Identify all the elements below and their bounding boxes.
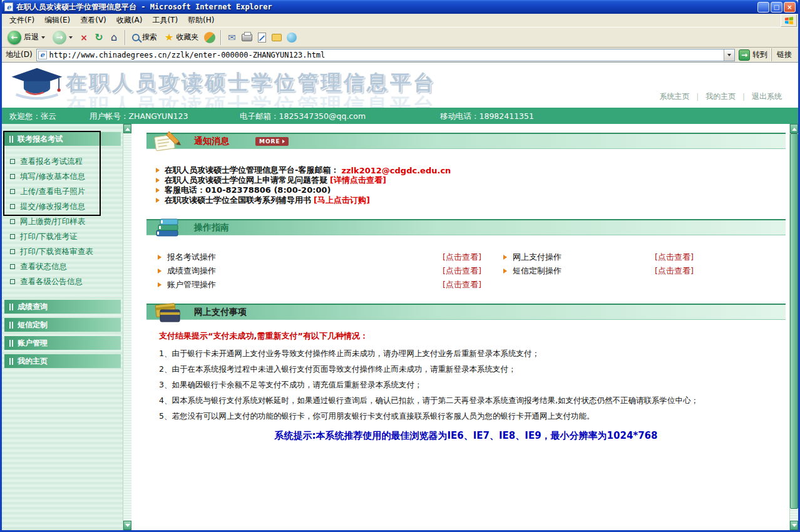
scroll-down-button[interactable] — [790, 521, 798, 530]
ie-window-icon: e — [4, 3, 13, 11]
view-link[interactable]: [点击查看] — [443, 279, 503, 290]
faq-detail-link[interactable]: [详情点击查看] — [330, 175, 386, 186]
menu-view[interactable]: 查看(V) — [75, 14, 111, 27]
messenger-button[interactable] — [285, 30, 299, 45]
view-link[interactable]: [点击查看] — [443, 265, 503, 277]
nav-logout[interactable]: 退出系统 — [752, 91, 782, 102]
sidebar-item-announcements[interactable]: 查看各级公告信息 — [10, 274, 123, 289]
sidebar-item-submit-info[interactable]: 提交/修改报考信息 — [10, 199, 123, 214]
header-nav: 系统主页 ｜ 我的主页 ｜ 退出系统 — [659, 91, 782, 102]
window-title: 在职人员攻读硕士学位管理信息平台 - Microsoft Internet Ex… — [13, 2, 757, 13]
print-button[interactable] — [240, 30, 254, 45]
menu-help[interactable]: 帮助(H) — [183, 14, 219, 27]
guide-title: 操作指南 — [194, 222, 229, 233]
nav-separator: ｜ — [740, 91, 747, 102]
discuss-button[interactable] — [270, 30, 284, 45]
scroll-up-button[interactable] — [123, 124, 131, 133]
nav-system-home[interactable]: 系统主页 — [659, 91, 689, 102]
menu-bars-icon — [9, 136, 13, 143]
sidebar-menu: 查看报名考试流程 填写/修改基本信息 上传/查看电子照片 提交/修改报考信息 网… — [2, 154, 123, 289]
sidebar-item-qualification-form[interactable]: 打印/下载资格审查表 — [10, 244, 123, 259]
view-link[interactable]: [点击查看] — [655, 265, 694, 277]
payment-note: 2、由于在本系统报考过程中未进入银行支付页面导致支付操作终止而未成功，请重新登录… — [159, 361, 786, 377]
menu-file[interactable]: 文件(F) — [4, 14, 39, 27]
home-button[interactable]: ⌂ — [107, 30, 121, 45]
url-text[interactable]: http://www.chinadegrees.cn/zzlk/enter-00… — [49, 51, 721, 59]
sidebar-section-exam[interactable]: 联考报名考试 — [4, 132, 121, 146]
media-icon — [204, 32, 215, 43]
menu-tools[interactable]: 工具(T) — [147, 14, 183, 27]
forward-button[interactable]: → — [49, 29, 76, 46]
site-logo — [9, 67, 64, 106]
payment-note: 4、因本系统与银行支付系统对帐延时，如果通过银行查询后，确认已扣款，请于第二天再… — [159, 392, 786, 408]
sidebar-section-sms[interactable]: 短信定制 — [4, 318, 121, 332]
guide-row: 报名考试操作 [点击查看] 网上支付操作 [点击查看] — [146, 250, 786, 264]
address-dropdown-button[interactable] — [724, 49, 734, 61]
favorites-button[interactable]: ★ 收藏夹 — [162, 29, 202, 46]
mail-button[interactable]: ✉ — [225, 30, 238, 45]
messenger-icon — [287, 33, 297, 43]
sidebar-item-view-process[interactable]: 查看报名考试流程 — [10, 154, 123, 169]
more-button[interactable]: MORE — [255, 137, 289, 146]
view-link[interactable]: [点击查看] — [655, 252, 694, 263]
media-button[interactable] — [203, 30, 217, 45]
edit-icon — [258, 33, 266, 43]
windows-logo-icon — [781, 14, 797, 27]
menu-favorites[interactable]: 收藏(A) — [111, 14, 148, 27]
address-label: 地址(D) — [6, 49, 33, 60]
edit-button[interactable] — [255, 30, 269, 45]
stop-button[interactable]: × — [77, 30, 91, 45]
scroll-down-button[interactable] — [123, 521, 131, 530]
system-tip: 系统提示:本系统推荐使用的最佳浏览器为IE6、IE7、IE8、IE9，最小分辨率… — [146, 430, 786, 442]
view-link[interactable]: [点击查看] — [443, 252, 503, 263]
scroll-up-button[interactable] — [790, 124, 798, 133]
content-scrollbar[interactable] — [789, 124, 798, 530]
title-bar[interactable]: e 在职人员攻读硕士学位管理信息平台 - Microsoft Internet … — [2, 0, 798, 14]
notices-header-bar: 通知消息 MORE — [146, 133, 786, 149]
minimize-button[interactable]: _ — [757, 2, 769, 13]
back-button[interactable]: ← 后退 — [4, 29, 48, 46]
bank-cards-icon — [153, 300, 182, 327]
email-text: 电子邮箱：1825347350@qq.com — [240, 111, 366, 122]
mobile-text: 移动电话：18982411351 — [440, 111, 534, 122]
menu-bar: 文件(F) 编辑(E) 查看(V) 收藏(A) 工具(T) 帮助(H) — [2, 14, 798, 28]
sidebar-item-admission-ticket[interactable]: 打印/下载准考证 — [10, 229, 123, 244]
nav-my-home[interactable]: 我的主页 — [705, 91, 736, 102]
scrollbar-thumb[interactable] — [790, 133, 798, 509]
menu-edit[interactable]: 编辑(E) — [39, 14, 75, 27]
back-dropdown-icon[interactable] — [41, 36, 45, 39]
books-icon — [153, 216, 182, 242]
notice-item: 在职攻读硕士学位全国联考系列辅导用书 [马上点击订购] — [156, 195, 786, 205]
refresh-button[interactable]: ↻ — [92, 30, 106, 45]
address-input[interactable]: e http://www.chinadegrees.cn/zzlk/enter-… — [36, 49, 735, 61]
order-book-link[interactable]: [马上点击订购] — [314, 195, 370, 206]
sidebar-item-photo-upload[interactable]: 上传/查看电子照片 — [10, 184, 123, 199]
guide-op-sms: 短信定制操作 — [503, 265, 655, 277]
scrollbar-track[interactable] — [123, 133, 131, 521]
guide-op-account: 账户管理操作 — [158, 279, 443, 290]
payment-intro: 支付结果提示“支付未成功,需重新支付”有以下几种情况： — [159, 330, 786, 342]
payment-note: 3、如果确因银行卡余额不足等支付不成功，请充值后重新登录本系统支付； — [159, 377, 786, 392]
go-button[interactable]: → 转到 — [739, 49, 767, 61]
maximize-button[interactable]: □ — [771, 2, 782, 13]
address-bar: 地址(D) e http://www.chinadegrees.cn/zzlk/… — [2, 48, 798, 63]
payment-header-bar: 网上支付事项 — [146, 304, 786, 320]
user-info-bar: 欢迎您：张云 用户帐号：ZHANGYUN123 电子邮箱：1825347350@… — [2, 108, 798, 124]
sidebar-item-status-info[interactable]: 查看状态信息 — [10, 259, 123, 274]
sidebar-section-scores[interactable]: 成绩查询 — [4, 300, 121, 314]
links-label[interactable]: 链接 — [771, 48, 794, 61]
search-button[interactable]: 搜索 — [129, 29, 160, 46]
scrollbar-track[interactable] — [790, 133, 798, 521]
notice-item: 在职人员攻读硕士学位网上申请常见问题答疑 [详情点击查看] — [156, 175, 786, 185]
forward-dropdown-icon[interactable] — [69, 36, 73, 39]
sidebar-item-online-pay[interactable]: 网上缴费/打印样表 — [10, 214, 123, 229]
notices-title: 通知消息 — [194, 136, 229, 147]
sidebar-section-account[interactable]: 账户管理 — [4, 336, 121, 350]
sidebar-item-basic-info[interactable]: 填写/修改基本信息 — [10, 169, 123, 184]
sidebar-scrollbar[interactable] — [123, 124, 131, 530]
guide-row: 成绩查询操作 [点击查看] 短信定制操作 [点击查看] — [146, 264, 786, 278]
close-button[interactable]: × — [784, 2, 796, 13]
service-email-link[interactable]: zzlk2012@cdgdc.edu.cn — [341, 166, 451, 175]
sidebar-section-myhome[interactable]: 我的主页 — [4, 354, 121, 368]
site-header: 在职人员攻读硕士学位管理信息平台 在职人员攻读硕士学位管理信息平台 系统主页 ｜… — [2, 63, 798, 108]
